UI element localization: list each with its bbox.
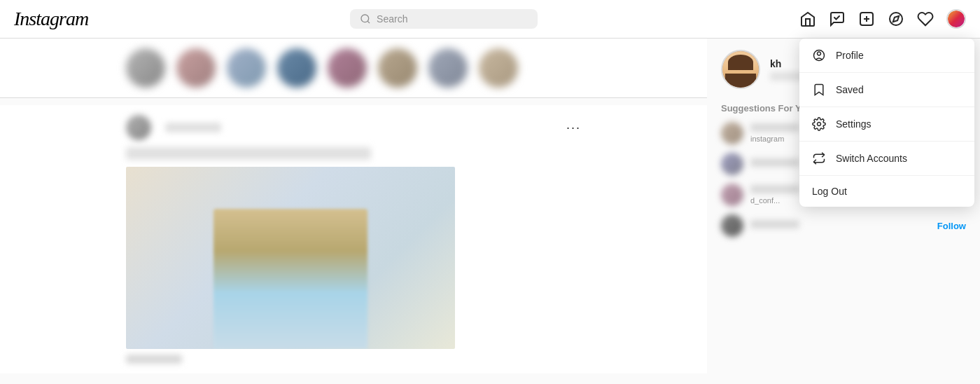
settings-icon xyxy=(812,117,826,131)
story-item[interactable] xyxy=(126,48,165,88)
svg-point-0 xyxy=(361,15,369,22)
svg-point-5 xyxy=(890,13,902,25)
menu-item-saved[interactable]: Saved xyxy=(799,73,974,107)
story-item[interactable] xyxy=(428,48,468,88)
story-item[interactable] xyxy=(227,48,266,88)
story-item[interactable] xyxy=(378,48,417,88)
avatar-hair xyxy=(728,55,753,70)
suggestion-name xyxy=(750,185,799,193)
heart-icon[interactable] xyxy=(917,11,934,27)
suggestion-name xyxy=(750,220,799,228)
post-author-avatar xyxy=(126,115,151,140)
switch-accounts-icon xyxy=(812,151,826,165)
avatar-button[interactable] xyxy=(946,9,966,29)
suggestion-info xyxy=(750,220,930,231)
nav-icons xyxy=(799,9,966,29)
create-icon[interactable] xyxy=(858,11,875,27)
user-avatar-image xyxy=(722,51,759,88)
post-header: ··· xyxy=(126,115,581,140)
feed: ··· xyxy=(0,39,707,384)
post: ··· xyxy=(0,105,707,373)
header: Instagram xyxy=(0,0,980,39)
menu-item-logout[interactable]: Log Out xyxy=(799,176,974,207)
search-icon xyxy=(360,13,371,25)
dropdown-menu: Profile Saved Settings Switch Accou xyxy=(799,39,974,207)
suggestion-avatar xyxy=(721,214,743,237)
story-item[interactable] xyxy=(328,48,367,88)
suggestion-item: Follow xyxy=(721,214,966,237)
svg-marker-6 xyxy=(893,16,899,22)
person-circle-icon xyxy=(812,48,826,62)
suggestion-avatar xyxy=(721,153,743,175)
post-image xyxy=(126,167,455,349)
logout-label: Log Out xyxy=(812,186,847,197)
avatar-beard xyxy=(725,74,756,88)
post-image-content xyxy=(214,209,368,349)
avatar-face xyxy=(722,51,759,88)
menu-item-settings[interactable]: Settings xyxy=(799,107,974,142)
home-icon[interactable] xyxy=(799,11,816,27)
post-caption xyxy=(126,147,371,160)
svg-line-1 xyxy=(368,21,370,23)
post-likes-count xyxy=(126,355,182,364)
follow-button[interactable]: Follow xyxy=(937,221,966,231)
bookmark-icon xyxy=(812,83,826,97)
search-bar[interactable] xyxy=(350,9,538,29)
user-avatar-large xyxy=(721,50,760,89)
messenger-icon[interactable] xyxy=(829,11,846,27)
menu-settings-label: Settings xyxy=(836,118,872,130)
suggestion-avatar xyxy=(721,122,743,144)
suggestion-name xyxy=(750,158,799,167)
post-author-username xyxy=(165,123,221,132)
explore-icon[interactable] xyxy=(888,11,904,27)
svg-point-9 xyxy=(818,123,821,126)
user-avatar xyxy=(948,11,965,27)
story-item[interactable] xyxy=(479,48,518,88)
stories-row xyxy=(0,39,707,98)
menu-switch-label: Switch Accounts xyxy=(836,153,907,164)
suggestion-avatar xyxy=(721,184,743,206)
menu-saved-label: Saved xyxy=(836,84,864,95)
post-more-button[interactable]: ··· xyxy=(566,121,581,135)
story-item[interactable] xyxy=(277,48,316,88)
svg-point-8 xyxy=(818,52,821,55)
instagram-logo: Instagram xyxy=(14,8,88,30)
suggestion-name xyxy=(750,123,799,132)
menu-item-switch-accounts[interactable]: Switch Accounts xyxy=(799,142,974,176)
story-item[interactable] xyxy=(176,48,216,88)
search-input[interactable] xyxy=(377,13,528,25)
menu-profile-label: Profile xyxy=(836,50,864,61)
menu-item-profile[interactable]: Profile xyxy=(799,39,974,73)
